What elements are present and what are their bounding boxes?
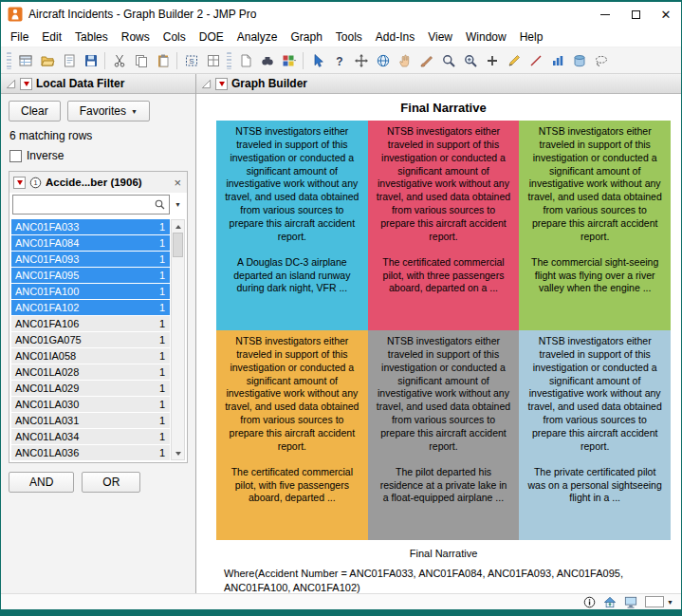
narrative-cell[interactable]: NTSB investigators either traveled in su… <box>216 330 368 540</box>
red-triangle-menu-icon[interactable] <box>20 78 32 90</box>
close-button[interactable]: ✕ <box>651 2 681 27</box>
move-tool-icon[interactable] <box>350 50 372 71</box>
magnifier-tool-icon[interactable] <box>437 50 459 71</box>
menu-cols[interactable]: Cols <box>157 28 193 46</box>
or-button[interactable]: OR <box>82 472 140 493</box>
filter-value-label: ANC01FA106 <box>15 318 79 329</box>
toolbar-drag-handle[interactable] <box>227 52 231 69</box>
menu-window[interactable]: Window <box>459 28 513 46</box>
cut-icon[interactable] <box>108 50 130 71</box>
paste-icon[interactable] <box>152 50 174 71</box>
filter-value-row[interactable]: ANC01LA0341 <box>11 429 170 444</box>
favorites-button[interactable]: Favorites▼ <box>67 101 150 121</box>
histogram-tool-icon[interactable] <box>546 50 568 71</box>
menu-doe[interactable]: DOE <box>193 28 230 46</box>
red-triangle-menu-icon[interactable] <box>215 78 228 90</box>
line-tool-icon[interactable] <box>525 50 546 71</box>
globe-tool-icon[interactable] <box>372 50 394 71</box>
close-icon[interactable]: × <box>172 177 183 189</box>
narrative-cell[interactable]: NTSB investigators either traveled in su… <box>368 330 520 540</box>
cell-narrative-text: The certificated commercial pilot, with … <box>225 466 359 506</box>
inverse-checkbox-row[interactable]: Inverse <box>9 149 188 162</box>
new-script-icon[interactable] <box>58 50 80 71</box>
layout-icon[interactable] <box>202 50 224 71</box>
narrative-cell[interactable]: NTSB investigators either traveled in su… <box>519 121 671 330</box>
home-window-icon[interactable] <box>603 596 617 608</box>
filter-value-row[interactable]: ANC01FA0331 <box>11 219 170 234</box>
menu-analyze[interactable]: Analyze <box>230 28 285 46</box>
filter-value-row[interactable]: ANC01FA1001 <box>11 284 170 299</box>
journal-icon[interactable] <box>234 50 256 71</box>
scrollbar-thumb[interactable] <box>173 233 183 257</box>
and-button[interactable]: AND <box>9 472 74 493</box>
toolbar-separator <box>176 52 177 69</box>
brush-tool-icon[interactable] <box>415 50 437 71</box>
filter-value-count: 1 <box>159 334 165 345</box>
filter-value-row[interactable]: ANC01GA0751 <box>11 332 170 347</box>
graph-panel-header: Graph Builder <box>196 74 681 94</box>
red-triangle-menu-icon[interactable] <box>13 177 26 189</box>
new-data-table-icon[interactable] <box>14 50 36 71</box>
maximize-icon <box>632 10 640 19</box>
toolbar-drag-handle[interactable] <box>7 52 11 69</box>
minimize-button[interactable] <box>590 2 620 27</box>
info-icon[interactable] <box>583 596 596 608</box>
disclosure-icon[interactable] <box>201 79 212 89</box>
narrative-cell[interactable]: NTSB investigators either traveled in su… <box>216 121 368 330</box>
window-selector-combo[interactable]: ▼ <box>645 596 673 607</box>
local-data-filter-panel: Local Data Filter Clear Favorites▼ 6 mat… <box>1 74 196 593</box>
minimize-icon <box>600 14 610 15</box>
disclosure-icon[interactable] <box>6 79 16 89</box>
display-icon[interactable] <box>624 596 637 608</box>
narrative-cell[interactable]: NTSB investigators either traveled in su… <box>368 121 520 330</box>
filter-value-row[interactable]: ANC01FA0951 <box>11 268 170 283</box>
search-icon[interactable] <box>154 198 166 211</box>
clear-button[interactable]: Clear <box>9 101 61 121</box>
palette-dropdown-icon[interactable] <box>278 50 300 71</box>
scroll-up-icon[interactable] <box>172 220 184 233</box>
arrow-tool-icon[interactable] <box>306 50 328 71</box>
menu-tables[interactable]: Tables <box>68 28 115 46</box>
cylinder-tool-icon[interactable] <box>568 50 590 71</box>
open-folder-icon[interactable] <box>36 50 58 71</box>
selection-rect-icon[interactable]: S <box>180 50 202 71</box>
pencil-tool-icon[interactable] <box>503 50 525 71</box>
zoom-plus-tool-icon[interactable] <box>459 50 481 71</box>
cell-narrative-text: The commercial sight-seeing flight was f… <box>527 256 662 296</box>
filter-value-row[interactable]: ANC01FA0841 <box>11 235 170 251</box>
scroll-down-icon[interactable] <box>172 447 184 459</box>
menu-file[interactable]: File <box>4 28 35 46</box>
menu-edit[interactable]: Edit <box>35 28 68 46</box>
filter-value-row[interactable]: ANC01LA0311 <box>11 413 170 428</box>
save-icon[interactable] <box>80 50 101 71</box>
annotate-plus-icon[interactable] <box>481 50 503 71</box>
filter-value-row[interactable]: ANC01LA0291 <box>11 381 170 396</box>
menu-graph[interactable]: Graph <box>284 28 328 46</box>
filter-value-count: 1 <box>159 221 165 233</box>
copy-icon[interactable] <box>130 50 152 71</box>
filter-value-row[interactable]: ANC01FA0931 <box>11 252 170 267</box>
grabber-hand-icon[interactable] <box>394 50 415 71</box>
find-binoculars-icon[interactable] <box>256 50 278 71</box>
search-options-dropdown-icon[interactable]: ▼ <box>172 201 184 208</box>
filter-value-row[interactable]: ANC01FA1021 <box>11 300 170 315</box>
filter-value-row[interactable]: ANC01IA0581 <box>11 348 170 364</box>
filter-value-row[interactable]: ANC01LA0361 <box>11 445 170 460</box>
help-tool-icon[interactable]: ? <box>328 50 350 71</box>
inverse-checkbox[interactable] <box>9 150 22 162</box>
filter-value-row[interactable]: ANC01LA0301 <box>11 397 170 412</box>
filter-value-row[interactable]: ANC01FA1061 <box>11 316 170 331</box>
lasso-tool-icon[interactable] <box>590 50 612 71</box>
list-scrollbar[interactable] <box>171 219 185 460</box>
narrative-cell[interactable]: NTSB investigators either traveled in su… <box>519 330 671 540</box>
filter-value-row[interactable]: ANC01LA0281 <box>11 364 170 380</box>
graph-builder-panel: Graph Builder Final Narrative NTSB inves… <box>196 74 681 593</box>
maximize-button[interactable] <box>620 2 651 27</box>
menu-view[interactable]: View <box>421 28 459 46</box>
menu-help[interactable]: Help <box>513 28 550 46</box>
menu-add-ins[interactable]: Add-Ins <box>369 28 421 46</box>
menu-rows[interactable]: Rows <box>115 28 157 46</box>
filter-search-input[interactable] <box>16 199 154 211</box>
filter-value-label: ANC01FA102 <box>15 302 79 313</box>
menu-tools[interactable]: Tools <box>329 28 369 46</box>
